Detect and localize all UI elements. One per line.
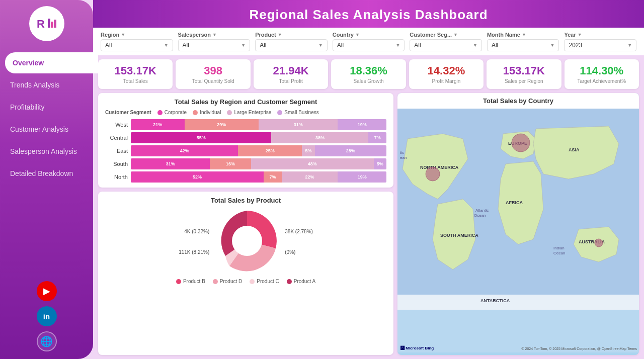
filter-salesperson-label: Salesperson ▼: [178, 32, 251, 38]
legend-large-dot: [227, 110, 232, 115]
bar-segment-0: 52%: [131, 171, 264, 183]
pie-chart-svg: [214, 208, 280, 274]
filter-country: Country ▼ All ▼: [333, 32, 405, 51]
stacked-bar-chart: West21%29%31%19%Central55%38%7%East42%25…: [105, 119, 386, 183]
pie-center-hole: [232, 226, 262, 256]
filter-customerseg-select[interactable]: All ▼: [410, 39, 482, 51]
filter-salesperson-select[interactable]: All ▼: [178, 39, 251, 51]
bar-chart-card: Total Sales by Region and Customer Segme…: [98, 93, 393, 188]
kpi-sales-region-value: 153.17K: [493, 64, 555, 77]
kpi-total-sales-label: Total Sales: [104, 78, 167, 84]
bar-region-label: West: [105, 122, 128, 128]
left-charts: Total Sales by Region and Customer Segme…: [98, 93, 393, 355]
sidebar-item-overview[interactable]: Overview: [5, 52, 98, 73]
map-dot-europe: [512, 134, 530, 152]
bar-segment-1: 25%: [238, 145, 302, 156]
bar-region-label: East: [105, 148, 128, 154]
pie-label-38k: 38K (2.78%): [285, 229, 313, 234]
legend-segment-label: Customer Segment: [105, 110, 151, 115]
bar-segment-3: 7%: [368, 132, 386, 143]
bing-logo: 🅱 Microsoft Bing: [400, 346, 434, 350]
website-icon[interactable]: 🌐: [37, 331, 57, 351]
kpi-growth-value: 18.36%: [337, 64, 399, 77]
legend-individual: Individual: [193, 110, 221, 115]
label-antarctica: ANTARCTICA: [480, 298, 510, 303]
legend-individual-dot: [193, 110, 198, 115]
kpi-target: 114.30% Target Achievement%: [565, 59, 639, 89]
kpi-margin-label: Profit Margin: [415, 78, 477, 84]
pie-chart-card: Total Sales by Product 4K (0.32%) 111K (…: [98, 192, 393, 355]
sidebar-item-salesperson[interactable]: Salesperson Analysis: [0, 141, 93, 162]
bar-segment-2: 31%: [259, 119, 338, 130]
logo: R: [29, 6, 64, 41]
legend-product-a: Product A: [287, 279, 315, 284]
filter-year-label: Year ▼: [564, 32, 636, 38]
bar-region-label: Central: [105, 135, 128, 141]
sidebar-item-trends[interactable]: Trends Analysis: [0, 74, 93, 96]
chevron-icon: ▼: [121, 32, 125, 37]
bar-segment-3: 19%: [338, 171, 386, 183]
kpi-margin-value: 14.32%: [415, 64, 477, 77]
bar-segment-3: 28%: [315, 145, 386, 156]
filter-product-select[interactable]: All ▼: [255, 39, 328, 51]
filter-bar: Region ▼ All ▼ Salesperson ▼ All ▼ Produ…: [93, 28, 644, 55]
label-pacific1: tic: [400, 150, 404, 155]
bar-segment-2: 5%: [302, 145, 314, 156]
legend-large-enterprise: Large Enterprise: [227, 110, 271, 115]
sidebar: R Overview Trends Analysis Profitability…: [0, 0, 93, 359]
bar-segment-0: 42%: [131, 145, 238, 156]
bar-region-label: North: [105, 174, 128, 180]
filter-customer-seg: Customer Seg... ▼ All ▼: [410, 32, 482, 51]
filter-month: Month Name ▼ All ▼: [487, 32, 559, 51]
pie-labels-right: 38K (2.78%) (0%): [285, 229, 313, 255]
youtube-icon[interactable]: ▶: [37, 281, 57, 301]
kpi-row: 153.17K Total Sales 398 Total Quantity S…: [93, 55, 644, 93]
bar-chart-title: Total Sales by Region and Customer Segme…: [105, 98, 386, 106]
legend-product-d: Product D: [213, 279, 242, 284]
bar-segment-2: 48%: [251, 158, 374, 169]
filter-country-select[interactable]: All ▼: [333, 39, 405, 51]
filter-product-label: Product ▼: [255, 32, 328, 38]
filter-month-select[interactable]: All ▼: [487, 39, 559, 51]
bar-segments: 21%29%31%19%: [131, 119, 386, 130]
map-dot-australia: [595, 239, 603, 247]
dashboard-header: Regional Sales Analysis Dashboard: [93, 0, 644, 28]
label-indian: Indian: [553, 246, 565, 250]
bar-segment-0: 55%: [131, 132, 271, 143]
svg-rect-3: [51, 22, 53, 28]
kpi-growth-label: Sales Growth: [337, 78, 399, 84]
bar-segment-2: 38%: [271, 132, 368, 143]
sidebar-item-profitability[interactable]: Profitability: [0, 97, 93, 118]
filter-region-select[interactable]: All ▼: [101, 39, 173, 51]
label-north-america: NORTH AMERICA: [420, 165, 459, 170]
svg-rect-4: [54, 20, 56, 28]
linkedin-icon[interactable]: in: [37, 306, 57, 326]
bar-segment-0: 31%: [131, 158, 210, 169]
pie-labels-left: 4K (0.32%) 111K (8.21%): [179, 229, 209, 255]
filter-salesperson: Salesperson ▼ All ▼: [178, 32, 251, 51]
pie-svg-container: [214, 208, 280, 276]
legend-product-b: Product B: [176, 279, 205, 284]
svg-point-0: [32, 9, 62, 39]
filter-country-label: Country ▼: [333, 32, 405, 38]
svg-text:R: R: [37, 18, 45, 30]
map-footer: © 2024 TomTom, © 2025 Microsoft Corporat…: [521, 347, 637, 350]
bar-segments: 42%25%5%28%: [131, 145, 386, 156]
legend-producta-dot: [287, 279, 292, 284]
filter-year-select[interactable]: 2023 ▼: [564, 39, 636, 51]
legend-corporate: Corporate: [157, 110, 187, 115]
kpi-sales-region: 153.17K Sales per Region: [487, 59, 561, 89]
charts-area: Total Sales by Region and Customer Segme…: [93, 93, 644, 359]
sidebar-item-customer[interactable]: Customer Analysis: [0, 119, 93, 140]
map-body: NORTH AMERICA SOUTH AMERICA EUROPE AFRIC…: [397, 109, 639, 352]
pie-chart-body: 4K (0.32%) 111K (8.21%): [105, 208, 386, 276]
sidebar-item-breakdown[interactable]: Detailed Breakdown: [0, 163, 93, 184]
kpi-profit-value: 21.94K: [260, 64, 322, 77]
bar-segment-1: 16%: [210, 158, 251, 169]
filter-product: Product ▼ All ▼: [255, 32, 328, 51]
label-pacific2: ean: [400, 155, 407, 160]
bar-segment-2: 22%: [282, 171, 338, 183]
kpi-quantity-value: 398: [182, 64, 244, 77]
kpi-quantity: 398 Total Quantity Sold: [176, 59, 250, 89]
svg-rect-2: [48, 19, 50, 28]
